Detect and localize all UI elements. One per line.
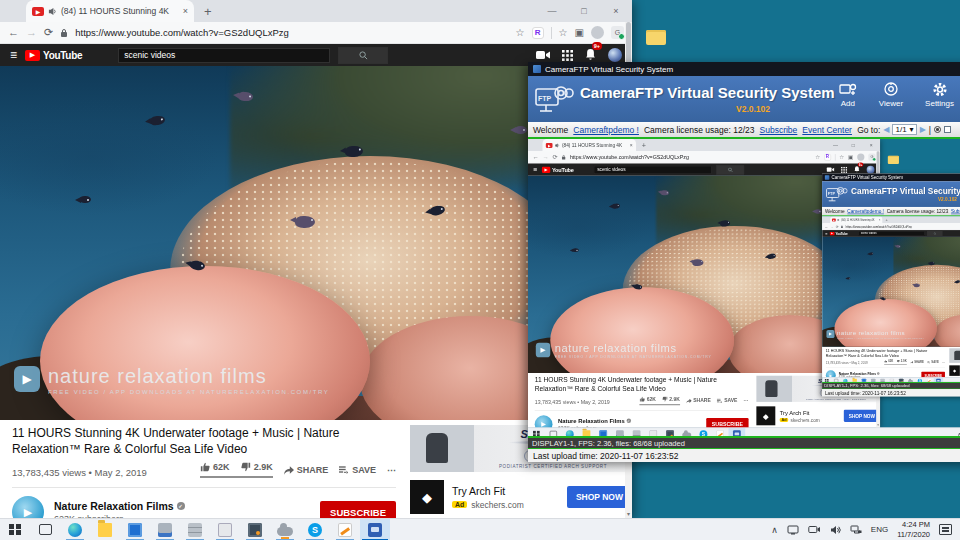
close-button[interactable]: ×	[600, 0, 632, 22]
view-mode-radio[interactable]	[934, 126, 941, 133]
channel-name: Nature Relaxation Films	[839, 372, 876, 376]
taskbar-item-cameraftp-vss[interactable]	[360, 519, 390, 540]
ad-thumbnail: ◆	[756, 406, 775, 425]
video-stats: 13,783,435 views • May 2, 2019	[826, 361, 868, 364]
extension-badge-icon[interactable]: G	[611, 26, 624, 39]
upload-status-text: Last upload time: 2020-11-07 16:23:52	[533, 451, 678, 461]
tray-expand-chevron[interactable]: ∧	[771, 525, 778, 535]
viewer-button[interactable]: Viewer	[879, 82, 903, 108]
video-actions: 62K 2.9K SHARE	[200, 462, 396, 478]
account-link[interactable]: Cameraftpdemo !	[573, 125, 639, 135]
search-button[interactable]	[338, 47, 388, 64]
forward-button[interactable]: →	[26, 27, 37, 38]
windows-logo-icon	[9, 524, 21, 536]
cameraftp-window-icon	[825, 175, 829, 179]
minimize-button: —	[827, 139, 845, 151]
taskbar-item-pc-app	[612, 428, 629, 438]
youtube-logo: ▶ YouTube	[542, 167, 574, 173]
search-input[interactable]	[118, 48, 330, 63]
viewer-label: Viewer	[879, 99, 903, 108]
youtube-wordmark: YouTube	[552, 167, 574, 173]
taskbar-item-uploader[interactable]	[240, 519, 270, 540]
taskbar-item-file-explorer[interactable]	[90, 519, 120, 540]
upload-monitor-icon	[248, 523, 262, 537]
desktop: ▶ (84) 11 HOURS Stunning 4K × + — □ × ← …	[0, 0, 960, 540]
tray-monitor-icon[interactable]	[787, 525, 799, 535]
taskbar-item-pc-app[interactable]	[150, 519, 180, 540]
taskbar-clock[interactable]: 4:24 PM 11/7/2020	[897, 520, 930, 539]
new-tab-button[interactable]: +	[204, 4, 212, 19]
cameraftp-window-icon	[533, 65, 541, 73]
share-button[interactable]: SHARE	[284, 465, 329, 475]
cameraftp-window: CameraFTP Virtual Security System FTP Ca…	[822, 174, 960, 397]
taskbar-item-report-tool[interactable]	[330, 519, 360, 540]
taskbar-item-cloud-drive[interactable]	[270, 519, 300, 540]
create-video-icon[interactable]	[536, 50, 550, 60]
taskbar-item-photos[interactable]	[120, 519, 150, 540]
save-button[interactable]: SAVE	[339, 465, 376, 475]
task-view-button[interactable]	[30, 519, 60, 540]
like-button[interactable]: 62K	[200, 462, 230, 472]
subscribe-link[interactable]: Subscribe	[760, 125, 798, 135]
fish	[881, 297, 886, 301]
channel-name-row[interactable]: Nature Relaxation Films ✓	[54, 500, 185, 512]
tab-audio-icon[interactable]	[48, 7, 57, 16]
event-center-link[interactable]: Event Center	[802, 125, 852, 135]
view-option-checkbox[interactable]	[944, 126, 951, 133]
tray-camera-icon[interactable]	[808, 525, 821, 534]
security-camera-live-view: ▶ (84) 11 HOURS Stunning 4K × + — □ × ← …	[822, 216, 960, 383]
taskbar-item-image-viewer[interactable]	[210, 519, 240, 540]
extension-r-icon[interactable]: R	[532, 27, 544, 39]
tab-close-button[interactable]: ×	[183, 6, 188, 16]
favorite-star-icon[interactable]: ☆	[516, 27, 525, 38]
taskbar-item-server-app[interactable]	[180, 519, 210, 540]
taskbar-item-edge[interactable]	[60, 519, 90, 540]
share-icon	[686, 398, 692, 403]
minimize-button[interactable]: —	[536, 0, 568, 22]
add-camera-button[interactable]: Add	[839, 82, 857, 108]
video-watermark: ▶ nature relaxation films FREE VIDEO / A…	[826, 330, 924, 339]
like-dislike-group: 62K 2.9K	[200, 462, 273, 478]
cloud-drive-icon	[277, 527, 293, 536]
action-center-icon[interactable]	[939, 524, 952, 535]
back-button: ←	[532, 154, 538, 160]
youtube-logo[interactable]: ▶ YouTube	[25, 50, 82, 61]
more-actions-button[interactable]: ⋯	[387, 465, 396, 475]
back-button: ←	[825, 225, 828, 228]
favorites-bar-icon[interactable]: ☆	[559, 27, 568, 38]
start-button[interactable]	[0, 519, 30, 540]
task-view-button	[831, 377, 840, 383]
apps-grid-icon[interactable]	[562, 50, 573, 61]
taskbar-item-skype[interactable]: S	[300, 519, 330, 540]
collections-icon[interactable]: ▣	[575, 27, 584, 38]
maximize-button[interactable]: □	[568, 0, 600, 22]
youtube-wordmark: YouTube	[43, 50, 82, 61]
profile-avatar[interactable]	[591, 26, 604, 39]
ad-headline[interactable]: Try Arch Fit	[452, 485, 524, 497]
back-button[interactable]: ←	[8, 27, 19, 38]
ad-thumbnail[interactable]: ◆	[410, 480, 444, 514]
scrollbar-down-arrow[interactable]: ▾	[625, 510, 632, 517]
account-avatar[interactable]	[608, 48, 622, 62]
hamburger-menu-icon[interactable]: ≡	[10, 48, 17, 62]
refresh-button[interactable]: ⟳	[44, 27, 53, 38]
cameraftp-titlebar[interactable]: CameraFTP Virtual Security System	[528, 62, 960, 76]
desktop-folder-icon[interactable]	[646, 30, 666, 45]
new-tab-button: +	[885, 218, 887, 223]
tab-audio-icon	[555, 143, 560, 148]
dislike-button[interactable]: 2.9K	[241, 462, 273, 472]
browser-tab[interactable]: ▶ (84) 11 HOURS Stunning 4K ×	[26, 0, 194, 22]
prev-page-button[interactable]: ◀	[883, 125, 889, 134]
address-bar[interactable]: https://www.youtube.com/watch?v=GS2dUQLx…	[75, 27, 508, 38]
shop-now-button[interactable]: SHOP NOW	[567, 486, 632, 508]
network-icon[interactable]	[850, 525, 862, 535]
share-label: SHARE	[693, 398, 711, 404]
speaker-icon[interactable]	[830, 525, 841, 535]
upload-monitor-icon	[899, 379, 903, 383]
settings-button[interactable]: Settings	[925, 82, 954, 108]
page-select[interactable]: 1/1▾	[892, 124, 916, 135]
security-camera-live-view[interactable]: ▶ (84) 11 HOURS Stunning 4K × + — □ × ← …	[528, 139, 960, 438]
next-page-button[interactable]: ▶	[920, 125, 926, 134]
language-indicator[interactable]: ENG	[871, 525, 888, 534]
lock-icon	[841, 225, 843, 228]
